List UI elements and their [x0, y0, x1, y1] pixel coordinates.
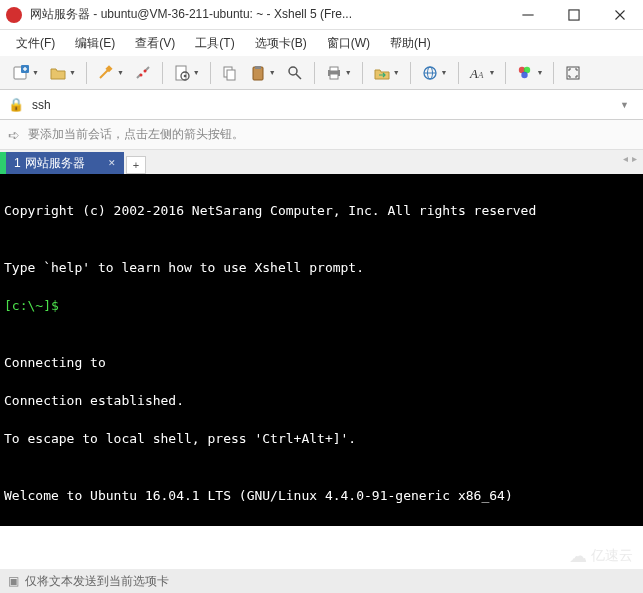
- send-text-icon[interactable]: ▣: [8, 574, 19, 588]
- fonts-button[interactable]: AA ▼: [465, 61, 500, 85]
- svg-text:A: A: [477, 70, 484, 80]
- menu-file[interactable]: 文件(F): [10, 33, 61, 54]
- open-button[interactable]: ▼: [45, 61, 80, 85]
- titlebar: 网站服务器 - ubuntu@VM-36-211-ubuntu: ~ - Xsh…: [0, 0, 643, 30]
- disconnect-button[interactable]: [130, 61, 156, 85]
- svg-rect-22: [330, 74, 338, 79]
- tab-number: 1: [14, 156, 21, 170]
- minimize-button[interactable]: [505, 0, 551, 30]
- reconnect-button[interactable]: ▼: [93, 61, 128, 85]
- app-icon: [6, 7, 22, 23]
- svg-rect-15: [227, 70, 235, 80]
- term-welcome: Welcome to Ubuntu 16.04.1 LTS (GNU/Linux…: [4, 486, 639, 505]
- fullscreen-button[interactable]: [560, 61, 586, 85]
- svg-rect-21: [330, 67, 338, 71]
- tab-label: 网站服务器: [25, 155, 85, 172]
- lock-icon: 🔒: [8, 97, 24, 112]
- chevron-down-icon: ▼: [441, 69, 448, 76]
- redacted-ip: xxxxxxxxxxxxxxxxxx: [114, 353, 255, 372]
- address-bar: 🔒 ssh ▼: [0, 90, 643, 120]
- maximize-button[interactable]: [551, 0, 597, 30]
- watermark: ☁ 亿速云: [569, 545, 633, 567]
- chevron-down-icon: ▼: [345, 69, 352, 76]
- copy-button[interactable]: [217, 61, 243, 85]
- separator: [553, 62, 554, 84]
- svg-point-18: [289, 67, 297, 75]
- tab-next-icon[interactable]: ▸: [632, 153, 637, 164]
- separator: [86, 62, 87, 84]
- svg-point-30: [522, 71, 528, 77]
- term-established: Connection established.: [4, 391, 639, 410]
- address-input[interactable]: ssh: [30, 95, 608, 115]
- tab-prev-icon[interactable]: ◂: [623, 153, 628, 164]
- menu-edit[interactable]: 编辑(E): [69, 33, 121, 54]
- window-title: 网站服务器 - ubuntu@VM-36-211-ubuntu: ~ - Xsh…: [30, 6, 505, 23]
- term-local-prompt: [c:\~]$: [4, 298, 59, 313]
- chevron-down-icon: ▼: [69, 69, 76, 76]
- chevron-down-icon: ▼: [269, 69, 276, 76]
- hint-text: 要添加当前会话，点击左侧的箭头按钮。: [28, 126, 244, 143]
- svg-point-9: [139, 73, 142, 76]
- find-button[interactable]: [282, 61, 308, 85]
- tab-session[interactable]: 1 网站服务器 ✕: [6, 152, 124, 174]
- toolbar: ▼ ▼ ▼ ▼ ▼ ▼ ▼ ▼ AA ▼: [0, 56, 643, 90]
- separator: [505, 62, 506, 84]
- svg-point-10: [143, 69, 146, 72]
- separator: [362, 62, 363, 84]
- svg-text:A: A: [469, 66, 478, 81]
- svg-rect-1: [569, 9, 579, 19]
- term-help-hint: Type `help' to learn how to use Xshell p…: [4, 258, 639, 277]
- chevron-down-icon: ▼: [193, 69, 200, 76]
- svg-point-13: [184, 74, 187, 77]
- menu-tools[interactable]: 工具(T): [189, 33, 240, 54]
- tab-strip: 1 网站服务器 ✕ + ◂ ▸: [0, 150, 643, 174]
- terminal[interactable]: Copyright (c) 2002-2016 NetSarang Comput…: [0, 174, 643, 526]
- term-connecting: Connecting to: [4, 355, 114, 370]
- add-session-arrow-icon[interactable]: ➪: [8, 127, 20, 143]
- address-dropdown[interactable]: ▼: [614, 100, 635, 110]
- menubar: 文件(F) 编辑(E) 查看(V) 工具(T) 选项卡(B) 窗口(W) 帮助(…: [0, 30, 643, 56]
- tab-nav: ◂ ▸: [623, 153, 637, 164]
- status-text: 仅将文本发送到当前选项卡: [25, 573, 169, 590]
- svg-line-19: [296, 74, 301, 79]
- separator: [210, 62, 211, 84]
- watermark-text: 亿速云: [591, 547, 633, 565]
- chevron-down-icon: ▼: [489, 69, 496, 76]
- chevron-down-icon: ▼: [536, 69, 543, 76]
- print-button[interactable]: ▼: [321, 61, 356, 85]
- term-copyright: Copyright (c) 2002-2016 NetSarang Comput…: [4, 201, 639, 220]
- term-escape: To escape to local shell, press 'Ctrl+Al…: [4, 429, 639, 448]
- menu-view[interactable]: 查看(V): [129, 33, 181, 54]
- file-transfer-button[interactable]: ▼: [369, 61, 404, 85]
- separator: [458, 62, 459, 84]
- cloud-icon: ☁: [569, 545, 587, 567]
- new-session-button[interactable]: ▼: [8, 61, 43, 85]
- hint-bar: ➪ 要添加当前会话，点击左侧的箭头按钮。: [0, 120, 643, 150]
- tab-close-icon[interactable]: ✕: [108, 158, 116, 168]
- menu-tabs[interactable]: 选项卡(B): [249, 33, 313, 54]
- language-button[interactable]: ▼: [417, 61, 452, 85]
- separator: [314, 62, 315, 84]
- chevron-down-icon: ▼: [32, 69, 39, 76]
- separator: [162, 62, 163, 84]
- menu-help[interactable]: 帮助(H): [384, 33, 437, 54]
- colors-button[interactable]: ▼: [512, 61, 547, 85]
- separator: [410, 62, 411, 84]
- chevron-down-icon: ▼: [393, 69, 400, 76]
- close-button[interactable]: [597, 0, 643, 30]
- properties-button[interactable]: ▼: [169, 61, 204, 85]
- paste-button[interactable]: ▼: [245, 61, 280, 85]
- status-bar: ▣ 仅将文本发送到当前选项卡: [0, 569, 643, 593]
- svg-rect-17: [255, 66, 261, 69]
- chevron-down-icon: ▼: [117, 69, 124, 76]
- menu-window[interactable]: 窗口(W): [321, 33, 376, 54]
- window-controls: [505, 0, 643, 30]
- tab-add-button[interactable]: +: [126, 156, 146, 174]
